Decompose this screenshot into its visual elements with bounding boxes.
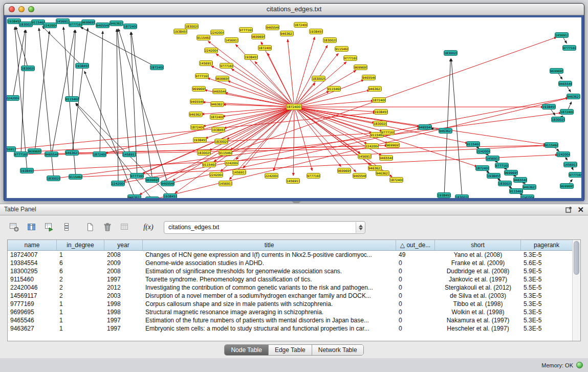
table-cell[interactable]: 1 (57, 251, 104, 259)
network-node[interactable]: 18724007 (294, 22, 308, 28)
network-node[interactable]: 9463627 (110, 20, 123, 26)
table-cell[interactable]: 2003 (104, 292, 143, 300)
table-cell[interactable]: Estimation of significance thresholds fo… (143, 267, 396, 275)
network-node[interactable]: 9699695 (550, 68, 563, 74)
network-node[interactable]: 9463627 (522, 184, 536, 190)
table-cell[interactable]: Stergiakouli et al. (2012) (435, 283, 521, 292)
network-node[interactable]: 9777169 (343, 55, 357, 61)
table-cell[interactable]: de Silva et al. (2003) (435, 292, 521, 300)
table-cell[interactable]: 0 (396, 267, 435, 275)
network-node[interactable]: 9699695 (560, 183, 574, 189)
table-cell[interactable]: 1 (57, 308, 104, 316)
column-header-2[interactable]: year (104, 240, 143, 250)
network-node[interactable]: 9777169 (381, 129, 395, 135)
table-cell[interactable]: 0 (396, 275, 435, 283)
table-row[interactable]: 1830029562008Estimation of significance … (8, 267, 572, 275)
column-header-6[interactable]: pagerank (521, 240, 572, 250)
network-node[interactable]: 14569117 (555, 32, 569, 38)
network-node[interactable]: 9465546 (513, 177, 527, 183)
network-node[interactable]: 19384554 (309, 29, 323, 34)
table-cell[interactable]: Dudbridge et al. (2008) (435, 267, 521, 275)
network-node[interactable]: 9115460 (335, 46, 349, 52)
table-row[interactable]: 1456911722003Disruption of a novel membe… (8, 292, 572, 300)
table-row[interactable]: 2242004622012Investigating the contribut… (8, 283, 572, 292)
table-cell[interactable]: Disruption of a novel member of a sodium… (143, 292, 396, 300)
network-node[interactable]: 14569117 (225, 37, 238, 43)
table-cell[interactable]: Tibbo et al. (1998) (435, 300, 521, 308)
table-cell[interactable]: 0 (396, 283, 435, 292)
network-node[interactable]: 9115460 (202, 162, 216, 167)
network-node[interactable]: 9777169 (130, 173, 144, 179)
column-header-3[interactable]: title (143, 240, 396, 250)
table-cell[interactable]: 6 (57, 267, 104, 275)
column-header-5[interactable]: short (435, 240, 521, 250)
delete-table-button[interactable] (100, 221, 115, 234)
import-table-disabled-button[interactable] (118, 221, 132, 234)
network-node[interactable]: 18300295 (197, 150, 211, 156)
network-node[interactable]: 9115460 (65, 96, 79, 102)
network-node[interactable]: 18300295 (47, 176, 60, 181)
network-node[interactable]: 9465546 (353, 173, 366, 179)
table-cell[interactable]: 9463627 (8, 324, 57, 333)
network-node[interactable]: 9463627 (65, 150, 79, 156)
network-node[interactable]: 9777169 (569, 172, 581, 178)
network-node[interactable]: 9699695 (386, 142, 400, 148)
table-cell[interactable]: Changes of HCN gene expression and I(f) … (143, 251, 396, 259)
network-node[interactable]: 9777169 (239, 27, 253, 33)
network-node[interactable]: 9115460 (545, 142, 558, 148)
table-cell[interactable]: Genome-wide association studies in ADHD. (143, 259, 396, 267)
network-node[interactable]: 9465546 (190, 99, 204, 104)
table-cell[interactable]: 0 (396, 300, 435, 308)
table-cell[interactable]: 5.3E-5 (521, 308, 572, 316)
table-cell[interactable]: 5.3E-5 (521, 300, 572, 308)
table-cell[interactable]: 0 (396, 324, 435, 333)
table-cell[interactable]: Wolkin et al. (1998) (435, 308, 521, 316)
network-node[interactable]: 14569117 (199, 60, 213, 66)
vertical-scrollbar[interactable] (572, 240, 580, 341)
network-node[interactable]: 18724007 (145, 196, 159, 198)
network-node[interactable]: 9777169 (495, 163, 509, 168)
network-node[interactable]: 18724007 (286, 104, 302, 110)
network-node[interactable]: 9463627 (439, 128, 452, 134)
table-row[interactable]: 977716911998Corpus callosum shape and si… (8, 300, 572, 308)
table-cell[interactable]: Estimation of the future numbers of pati… (143, 316, 396, 324)
close-panel-icon[interactable]: ✕ (577, 206, 584, 213)
network-node[interactable]: 18300295 (19, 21, 33, 27)
network-node[interactable]: 9115460 (69, 174, 82, 180)
table-cell[interactable]: 9699695 (8, 308, 57, 316)
network-node[interactable]: 22420046 (265, 173, 278, 179)
network-node[interactable]: 18724007 (475, 165, 489, 171)
tab-edge-table[interactable]: Edge Table (269, 345, 312, 355)
table-cell[interactable]: 1 (57, 300, 104, 308)
network-node[interactable]: 18300295 (373, 121, 387, 126)
network-node[interactable]: 18300295 (214, 139, 228, 144)
network-node[interactable]: 9777169 (307, 173, 320, 179)
network-node[interactable]: 9465546 (418, 124, 432, 130)
network-node[interactable]: 9115460 (327, 86, 341, 92)
table-cell[interactable]: 0 (396, 316, 435, 324)
network-node[interactable]: 18724007 (123, 24, 137, 29)
table-cell[interactable]: 5.6E-5 (521, 259, 572, 267)
table-cell[interactable]: 5.3E-5 (521, 324, 572, 333)
table-cell[interactable]: 14569117 (8, 292, 57, 300)
network-node[interactable]: 22420046 (225, 160, 238, 166)
network-node[interactable]: 9463627 (189, 112, 203, 117)
network-node[interactable]: 9465546 (558, 81, 572, 86)
network-node[interactable]: 22420046 (7, 95, 19, 101)
network-node[interactable]: 9699695 (354, 64, 367, 70)
network-node[interactable]: 18300295 (323, 37, 337, 43)
network-node[interactable]: 22420046 (209, 172, 223, 178)
network-node[interactable]: 9463627 (368, 86, 382, 92)
table-cell[interactable]: 2 (57, 275, 104, 283)
network-node[interactable]: 18724007 (150, 64, 164, 70)
table-cell[interactable]: 5.9E-5 (521, 267, 572, 275)
network-node[interactable]: 9465546 (96, 23, 110, 28)
network-node[interactable]: 18724007 (190, 124, 204, 130)
network-node[interactable]: 9115460 (466, 141, 480, 147)
table-cell[interactable]: 9115460 (8, 275, 57, 283)
network-node[interactable]: 22420046 (210, 30, 224, 35)
network-node[interactable]: 18724007 (93, 151, 106, 157)
network-node[interactable]: 9463627 (127, 194, 141, 198)
window-titlebar[interactable]: citations_edges.txt (4, 4, 584, 15)
column-header-0[interactable]: name (8, 240, 57, 250)
